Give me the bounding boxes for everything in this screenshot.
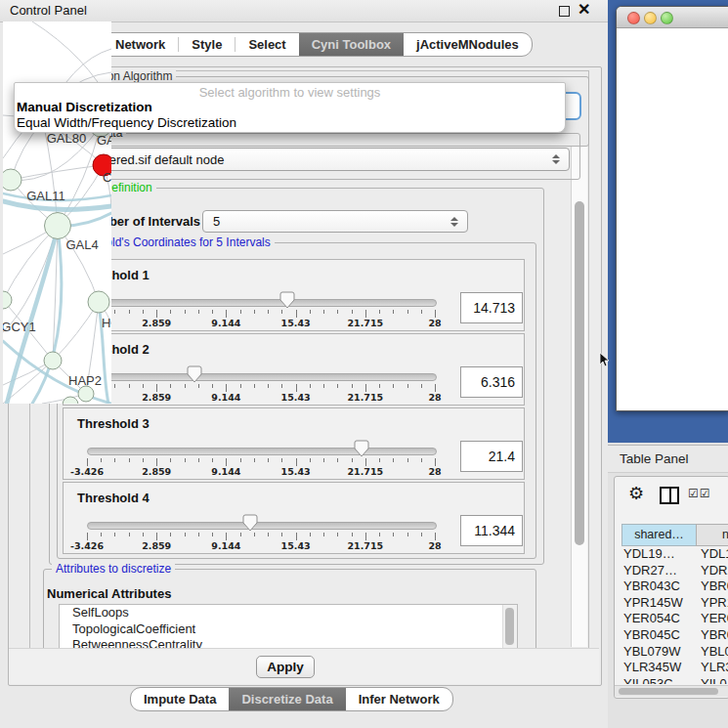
attributes-scrollbar[interactable] [502, 605, 517, 649]
columns-icon[interactable] [660, 487, 679, 504]
attribute-list-item[interactable]: SelfLoops [60, 605, 517, 621]
network-edge[interactable] [11, 165, 104, 180]
tick-mark [240, 458, 241, 462]
threshold-slider-track[interactable] [87, 522, 437, 530]
cell-name[interactable]: YPR1 [701, 595, 728, 612]
close-icon[interactable]: ✕ [578, 0, 590, 21]
table-row[interactable]: YLR345WYLR3 [615, 660, 728, 676]
table-row[interactable]: YDR27…YDR2 [615, 563, 728, 579]
threshold-value-field[interactable]: 21.4 [460, 441, 523, 472]
column-header-name[interactable]: na [696, 524, 728, 546]
cell-shared-name[interactable]: YLR345W [623, 660, 695, 676]
window-minimize-button[interactable] [644, 12, 657, 24]
tick-label: 21.715 [344, 466, 387, 477]
threshold-slider-track[interactable] [87, 373, 437, 381]
tick-mark [337, 384, 338, 388]
network-canvas[interactable]: GAL80GACGAL11GAL4GCY1HHAP2 [3, 21, 111, 404]
table-horizontal-scrollbar[interactable] [615, 685, 728, 697]
cell-shared-name[interactable]: YBR043C [623, 578, 695, 595]
tab-discretize-data[interactable]: Discretize Data [229, 688, 345, 710]
cell-name[interactable]: YDL1 [701, 546, 728, 563]
table-data-combobox[interactable]: galFiltered.sif default node [64, 148, 570, 171]
number-of-intervals-combobox[interactable]: 5 [202, 210, 468, 233]
threshold-value-field[interactable]: 14.713 [460, 292, 523, 323]
GAL4-node[interactable] [45, 213, 71, 239]
attribute-list-item[interactable]: TopologicalCoefficient [60, 621, 517, 638]
threshold-slider-track[interactable] [87, 299, 437, 307]
content-scrollbar[interactable] [571, 147, 587, 647]
cell-shared-name[interactable]: YER054C [623, 611, 695, 627]
table-hscrollbar-thumb[interactable] [619, 688, 718, 695]
table-row[interactable]: YIL053CYIL0 [615, 676, 728, 684]
network-window-titlebar[interactable] [617, 7, 728, 28]
window-zoom-button[interactable] [661, 12, 673, 24]
table-row[interactable]: YDL19…YDL1 [615, 546, 728, 563]
table-row[interactable]: YBR045CYBR0 [615, 627, 728, 644]
cell-shared-name[interactable]: YPR145W [623, 595, 695, 612]
threshold-panel-1: Threshold 1-3.4262.8599.14415.4321.71528… [63, 259, 525, 331]
tab-infer-network[interactable]: Infer Network [346, 688, 452, 710]
bottom-node[interactable] [78, 386, 94, 402]
attributes-group-title: Attributes to discretize [52, 562, 175, 576]
tick-mark [365, 458, 366, 466]
column-header-shared-name[interactable]: shared… [621, 524, 697, 546]
tab-cyni-toolbox[interactable]: Cyni Toolbox [299, 33, 404, 56]
algorithm-option-2[interactable]: Equal Width/Frequency Discretization [17, 115, 236, 130]
bottom-edge-node[interactable] [63, 397, 78, 404]
apply-button[interactable]: Apply [256, 656, 315, 678]
tick-label: 9.144 [204, 392, 247, 403]
cell-name[interactable]: YBL0 [701, 644, 728, 661]
cell-name[interactable]: YBR0 [701, 578, 728, 595]
numerical-attributes-list[interactable]: SelfLoopsTopologicalCoefficientBetweenne… [59, 604, 518, 650]
threshold-slider-thumb[interactable] [242, 514, 258, 532]
attributes-scrollbar-thumb[interactable] [505, 608, 514, 645]
table-row[interactable]: YBL079WYBL0 [615, 644, 728, 661]
H-node[interactable] [88, 291, 109, 313]
tab-style[interactable]: Style [179, 33, 235, 56]
tick-mark [226, 458, 227, 466]
tick-mark [240, 310, 241, 314]
cell-shared-name[interactable]: YBL079W [623, 644, 695, 661]
tick-label: 15.43 [275, 392, 318, 403]
table-row[interactable]: YPR145WYPR1 [615, 595, 728, 612]
tab-select[interactable]: Select [236, 33, 298, 56]
content-scrollbar-thumb[interactable] [575, 201, 584, 545]
threshold-panel-2: Threshold 2-3.4262.8599.14415.4321.71528… [63, 333, 525, 406]
threshold-slider-thumb[interactable] [279, 291, 295, 309]
threshold-slider-thumb[interactable] [354, 440, 369, 457]
select-columns-checkboxes-icon[interactable]: ☑☑ [688, 487, 711, 500]
cell-shared-name[interactable]: YDR27… [623, 563, 695, 579]
threshold-value-field[interactable]: 11.344 [460, 515, 523, 546]
table-row[interactable]: YBR043CYBR0 [615, 578, 728, 595]
cell-name[interactable]: YBR0 [701, 627, 728, 644]
tick-mark [114, 533, 115, 536]
gear-icon[interactable]: ⚙ [628, 483, 644, 503]
float-window-icon[interactable] [559, 6, 570, 17]
GAL11-node[interactable] [3, 169, 21, 191]
table-rows: YDL19…YDL1YDR27…YDR2YBR043CYBR0YPR145WYP… [615, 546, 728, 684]
tick-mark [310, 310, 311, 314]
table-row[interactable]: YER054CYER0 [615, 611, 728, 627]
threshold-panel-4: Threshold 4-3.4262.8599.14415.4321.71528… [63, 482, 525, 554]
node-label-GAL80: GAL80 [47, 131, 86, 146]
tick-mark [393, 384, 394, 388]
threshold-value-field[interactable]: 6.316 [460, 366, 523, 398]
cell-shared-name[interactable]: YIL053C [623, 676, 695, 684]
cell-name[interactable]: YIL0 [701, 676, 727, 684]
algorithm-option-1[interactable]: Manual Discretization [17, 100, 152, 114]
cell-shared-name[interactable]: YBR045C [623, 627, 695, 644]
tick-mark [281, 310, 282, 314]
cell-name[interactable]: YLR3 [701, 660, 728, 676]
GCY1-node[interactable] [3, 291, 12, 309]
cell-name[interactable]: YER0 [701, 611, 728, 627]
HAP2-node[interactable] [44, 352, 62, 369]
cell-name[interactable]: YDR2 [701, 563, 728, 579]
tick-mark [296, 533, 297, 540]
network-edge-highlighted[interactable] [3, 341, 111, 404]
tab-jactivemnodules[interactable]: jActiveMNodules [404, 33, 532, 56]
tab-impute-data[interactable]: Impute Data [131, 688, 229, 710]
threshold-slider-thumb[interactable] [187, 365, 202, 383]
cell-shared-name[interactable]: YDL19… [623, 546, 695, 563]
window-close-button[interactable] [627, 12, 640, 24]
threshold-slider-track[interactable] [87, 448, 437, 455]
